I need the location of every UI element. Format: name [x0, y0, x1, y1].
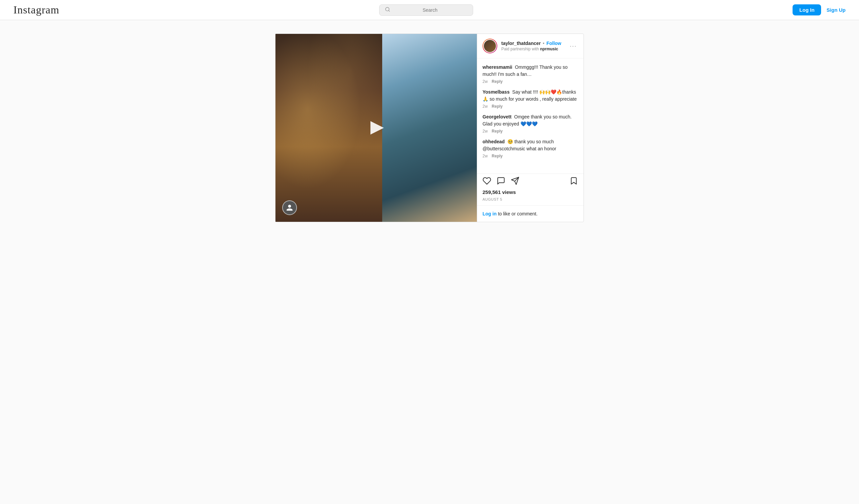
comment-meta: 2w Reply: [483, 129, 578, 134]
comment-text: Yosmelbass Say what !!!! 🙌🙌❤️🔥thanks 🙏 s…: [483, 89, 578, 103]
post-stats: 259,561 views: [477, 188, 584, 197]
login-prompt-suffix: to like or comment.: [497, 211, 538, 216]
comment-time: 2w: [483, 129, 487, 134]
follow-button[interactable]: Follow: [546, 41, 561, 46]
post-avatar-inner: [483, 39, 497, 53]
login-button[interactable]: Log In: [793, 4, 821, 15]
comment-meta: 2w Reply: [483, 79, 578, 84]
post-user-info: taylor_thatdancer • Follow Paid partners…: [501, 41, 564, 51]
login-link[interactable]: Log in: [483, 211, 497, 216]
commenter-username[interactable]: Georgelovett: [483, 114, 511, 120]
commenter-username[interactable]: ohhedead: [483, 139, 504, 144]
instagram-logo: Instagram: [13, 4, 59, 16]
reply-button[interactable]: Reply: [492, 79, 503, 84]
post-avatar-img: [484, 40, 496, 52]
comment-meta: 2w Reply: [483, 104, 578, 109]
comment-item: ohhedead 🥺 thank you so much @butterscot…: [483, 138, 578, 158]
post-subtitle: Paid partnership with nprmusic: [501, 47, 564, 51]
post-info-panel: taylor_thatdancer • Follow Paid partners…: [477, 34, 584, 222]
comment-text: ohhedead 🥺 thank you so much @butterscot…: [483, 138, 578, 152]
search-input[interactable]: [393, 7, 467, 13]
post-more-options[interactable]: ···: [569, 43, 578, 50]
post-username[interactable]: taylor_thatdancer: [501, 41, 541, 46]
post-actions: [477, 173, 584, 188]
header: Instagram Log In Sign Up: [0, 0, 859, 20]
comment-time: 2w: [483, 79, 487, 84]
post-date: AUGUST 5: [477, 197, 584, 205]
like-button[interactable]: [483, 177, 491, 185]
header-actions: Log In Sign Up: [793, 4, 846, 15]
comment-meta: 2w Reply: [483, 154, 578, 158]
reply-button[interactable]: Reply: [492, 104, 503, 109]
play-button[interactable]: [365, 117, 387, 139]
reply-button[interactable]: Reply: [492, 154, 503, 158]
commenter-username[interactable]: Yosmelbass: [483, 89, 510, 95]
views-count: 259,561 views: [483, 189, 516, 195]
comment-item: wheresmamii Ommggg!!! Thank you so much!…: [483, 64, 578, 84]
comment-text: Georgelovett Omgee thank you so much. Gl…: [483, 113, 578, 127]
video-right-bg: [382, 34, 477, 222]
subtitle-prefix: Paid partnership with: [501, 47, 540, 51]
post-media: [275, 34, 477, 222]
post-card: taylor_thatdancer • Follow Paid partners…: [275, 33, 584, 222]
search-icon: [385, 7, 390, 13]
video-right-panel: [382, 34, 477, 222]
comment-item: Georgelovett Omgee thank you so much. Gl…: [483, 113, 578, 134]
search-bar[interactable]: [379, 4, 473, 16]
comment-text: wheresmamii Ommggg!!! Thank you so much!…: [483, 64, 578, 78]
comment-item: Yosmelbass Say what !!!! 🙌🙌❤️🔥thanks 🙏 s…: [483, 89, 578, 109]
post-comments: wheresmamii Ommggg!!! Thank you so much!…: [477, 58, 584, 173]
commenter-username[interactable]: wheresmamii: [483, 64, 512, 70]
svg-line-1: [389, 11, 390, 11]
comment-time: 2w: [483, 154, 487, 158]
follow-dot: •: [543, 41, 544, 46]
bookmark-button[interactable]: [569, 177, 578, 185]
post-username-row: taylor_thatdancer • Follow: [501, 41, 564, 46]
share-button[interactable]: [511, 177, 519, 185]
comment-time: 2w: [483, 104, 487, 109]
post-header: taylor_thatdancer • Follow Paid partners…: [477, 34, 584, 58]
reply-button[interactable]: Reply: [492, 129, 503, 134]
main-content: taylor_thatdancer • Follow Paid partners…: [269, 33, 590, 222]
signup-button[interactable]: Sign Up: [827, 7, 846, 13]
comment-button[interactable]: [497, 177, 505, 185]
post-avatar-ring[interactable]: [483, 39, 497, 54]
post-login-prompt: Log in to like or comment.: [477, 205, 584, 222]
viewer-avatar[interactable]: [282, 200, 297, 215]
partner-name[interactable]: nprmusic: [540, 47, 558, 51]
